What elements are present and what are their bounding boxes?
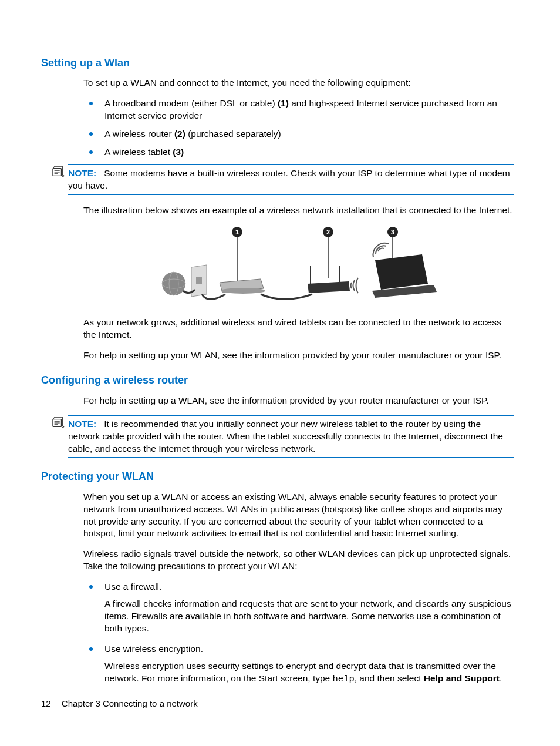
svg-text:3: 3 bbox=[391, 228, 394, 236]
router-help-text: For help in setting up a WLAN, see the i… bbox=[83, 395, 514, 407]
wlan-illustration-intro: The illustration below shows an example … bbox=[83, 204, 514, 217]
page-footer: 12 Chapter 3 Connecting to a network bbox=[41, 698, 198, 710]
note-icon bbox=[52, 166, 65, 182]
list-item: A wireless router (2) (purchased separat… bbox=[83, 128, 514, 140]
list-item: A wireless tablet (3) bbox=[83, 146, 514, 159]
note-text: It is recommended that you initially con… bbox=[68, 419, 503, 453]
list-item: Use wireless encryption. Wireless encryp… bbox=[83, 643, 514, 685]
encryption-desc: Wireless encryption uses security settin… bbox=[104, 660, 514, 685]
svg-point-10 bbox=[162, 272, 185, 295]
note-router-cable: NOTE: It is recommended that you initial… bbox=[68, 415, 514, 458]
wlan-intro: To set up a WLAN and connect to the Inte… bbox=[83, 77, 514, 89]
note-icon bbox=[52, 417, 65, 432]
chapter-label: Chapter 3 Connecting to a network bbox=[62, 698, 198, 708]
heading-setting-up-wlan: Setting up a Wlan bbox=[41, 56, 519, 70]
page-number: 12 bbox=[41, 698, 51, 708]
note-label: NOTE: bbox=[68, 419, 96, 429]
svg-rect-13 bbox=[196, 277, 202, 284]
note-modem: NOTE: Some modems have a built-in wirele… bbox=[68, 164, 514, 195]
list-item: A broadband modem (either DSL or cable) … bbox=[83, 98, 514, 122]
protect-p2: Wireless radio signals travel outside th… bbox=[83, 548, 514, 573]
wlan-growth-text: As your network grows, additional wirele… bbox=[83, 317, 514, 341]
svg-text:1: 1 bbox=[235, 228, 239, 236]
wlan-network-diagram: 1 2 3 bbox=[161, 225, 437, 307]
list-item: Use a firewall. A firewall checks inform… bbox=[83, 581, 514, 635]
note-text: Some modems have a built-in wireless rou… bbox=[68, 168, 510, 190]
svg-point-14 bbox=[221, 288, 265, 294]
wlan-equipment-list: A broadband modem (either DSL or cable) … bbox=[83, 98, 514, 159]
wlan-help-text: For help in setting up your WLAN, see th… bbox=[83, 350, 514, 362]
protect-list: Use a firewall. A firewall checks inform… bbox=[83, 581, 514, 685]
heading-protecting-wlan: Protecting your WLAN bbox=[41, 469, 519, 483]
note-label: NOTE: bbox=[68, 168, 96, 178]
firewall-desc: A firewall checks information and reques… bbox=[104, 598, 514, 635]
heading-configuring-router: Configuring a wireless router bbox=[41, 373, 519, 387]
svg-text:2: 2 bbox=[326, 228, 330, 236]
protect-p1: When you set up a WLAN or access an exis… bbox=[83, 491, 514, 540]
